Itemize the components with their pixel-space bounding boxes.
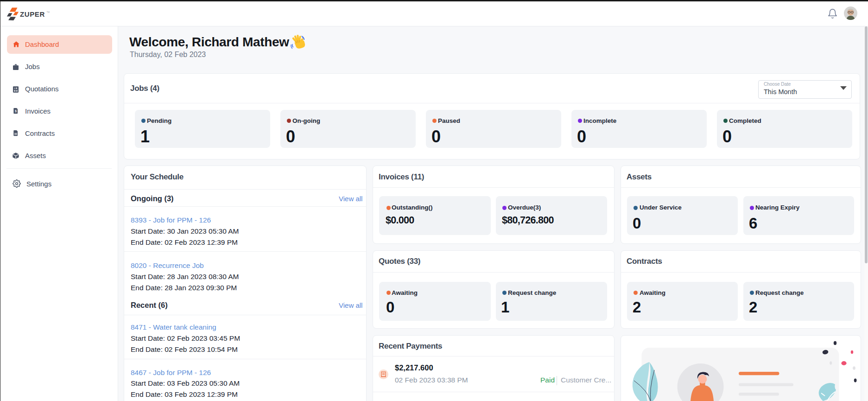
svg-text:$: $ [15,109,17,113]
svg-text:TM: TM [47,11,50,13]
svg-text:ZUPER: ZUPER [20,10,45,18]
